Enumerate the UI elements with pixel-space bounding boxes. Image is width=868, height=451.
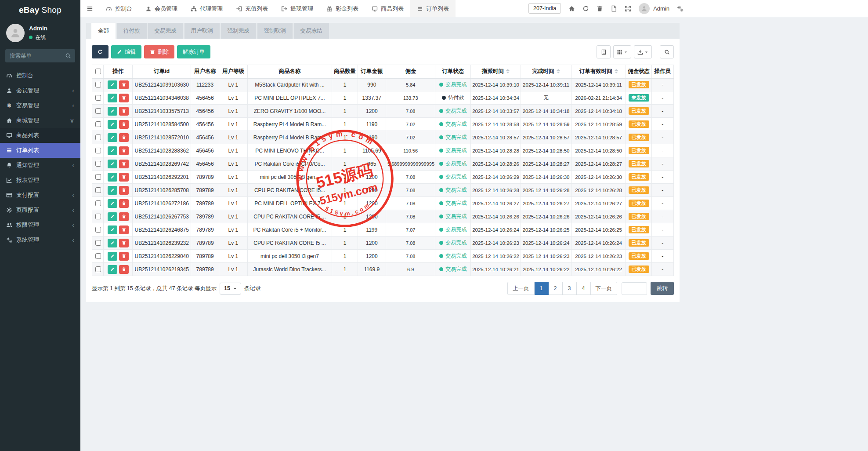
row-delete-button[interactable] xyxy=(119,133,129,142)
row-edit-button[interactable] xyxy=(108,133,117,142)
topnav-item-members[interactable]: 会员管理 xyxy=(139,0,184,17)
row-checkbox[interactable] xyxy=(95,253,101,259)
topnav-item-products[interactable]: 商品列表 xyxy=(365,0,410,17)
row-delete-button[interactable] xyxy=(119,94,129,102)
row-edit-button[interactable] xyxy=(108,212,117,221)
row-checkbox[interactable] xyxy=(95,148,101,153)
tab-0[interactable]: 全部 xyxy=(91,23,116,39)
row-edit-button[interactable] xyxy=(108,239,117,247)
row-checkbox[interactable] xyxy=(95,174,101,180)
jump-page-input[interactable] xyxy=(622,282,647,295)
sidebar-item-orders[interactable]: 订单列表 xyxy=(0,143,80,158)
row-delete-button[interactable] xyxy=(119,199,129,208)
columns-button[interactable] xyxy=(613,45,631,58)
sidebar-item-notifications[interactable]: 通知管理‹ xyxy=(0,158,80,173)
tab-2[interactable]: 交易完成 xyxy=(148,23,183,39)
tab-3[interactable]: 用户取消 xyxy=(184,23,220,39)
row-delete-button[interactable] xyxy=(119,226,129,234)
region-button[interactable]: 207-India xyxy=(528,3,561,14)
row-checkbox[interactable] xyxy=(95,121,101,127)
row-checkbox[interactable] xyxy=(95,108,101,114)
row-checkbox[interactable] xyxy=(95,214,101,219)
tab-5[interactable]: 强制取消 xyxy=(257,23,293,39)
row-checkbox[interactable] xyxy=(95,161,101,167)
edit-button[interactable]: 编辑 xyxy=(111,45,141,58)
row-edit-button[interactable] xyxy=(108,107,117,116)
user-menu[interactable]: Admin xyxy=(639,3,669,14)
row-delete-button[interactable] xyxy=(119,80,129,89)
refresh-button[interactable] xyxy=(582,5,589,12)
row-edit-button[interactable] xyxy=(108,265,117,274)
settings-button[interactable] xyxy=(677,5,684,12)
row-edit-button[interactable] xyxy=(108,186,117,195)
sidebar-item-permissions[interactable]: 权限管理‹ xyxy=(0,218,80,233)
sidebar-item-members[interactable]: 会员管理‹ xyxy=(0,83,80,98)
topnav-item-dashboard[interactable]: 控制台 xyxy=(99,0,139,17)
select-all-checkbox[interactable] xyxy=(95,69,101,74)
row-delete-button[interactable] xyxy=(119,120,129,129)
row-delete-button[interactable] xyxy=(119,252,129,261)
topnav-item-withdraw[interactable]: 提现管理 xyxy=(275,0,320,17)
row-edit-button[interactable] xyxy=(108,146,117,155)
row-delete-button[interactable] xyxy=(119,160,129,168)
tab-1[interactable]: 待付款 xyxy=(117,23,147,39)
col-finish-time[interactable]: 完成时间 xyxy=(521,65,571,78)
row-edit-button[interactable] xyxy=(108,199,117,208)
sort-icon[interactable] xyxy=(615,69,618,73)
topnav-item-agents[interactable]: 代理管理 xyxy=(184,0,229,17)
row-delete-button[interactable] xyxy=(119,107,129,116)
row-delete-button[interactable] xyxy=(119,239,129,247)
clear-cache-button[interactable] xyxy=(597,5,603,12)
sidebar-item-payment-config[interactable]: 支付配置‹ xyxy=(0,188,80,203)
delete-button[interactable]: 删除 xyxy=(144,45,174,58)
page-button-1[interactable]: 1 xyxy=(535,282,549,295)
page-button-2[interactable]: 2 xyxy=(549,282,563,295)
col-valid-time[interactable]: 订单有效时间 xyxy=(571,65,626,78)
topnav-item-orders[interactable]: 订单列表 xyxy=(410,0,456,17)
row-edit-button[interactable] xyxy=(108,120,117,129)
sidebar-item-dashboard[interactable]: 控制台 xyxy=(0,68,80,83)
row-delete-button[interactable] xyxy=(119,146,129,155)
tab-6[interactable]: 交易冻结 xyxy=(294,23,329,39)
row-edit-button[interactable] xyxy=(108,80,117,89)
table-search-button[interactable] xyxy=(660,45,674,58)
sidebar-item-products[interactable]: 商品列表 xyxy=(0,128,80,143)
toggle-view-button[interactable] xyxy=(597,45,611,58)
fullscreen-button[interactable] xyxy=(625,5,631,12)
home-button[interactable] xyxy=(568,5,575,12)
unfreeze-order-button[interactable]: 解冻订单 xyxy=(177,45,210,58)
clear-file-button[interactable] xyxy=(611,5,617,12)
row-delete-button[interactable] xyxy=(119,265,129,274)
row-checkbox[interactable] xyxy=(95,135,101,140)
topnav-item-recharge[interactable]: 充值列表 xyxy=(229,0,275,17)
row-checkbox[interactable] xyxy=(95,227,101,233)
sort-icon[interactable] xyxy=(506,69,510,73)
sidebar-item-transactions[interactable]: ฿交易管理‹ xyxy=(0,98,80,113)
tab-4[interactable]: 强制完成 xyxy=(221,23,256,39)
row-checkbox[interactable] xyxy=(95,200,101,206)
row-checkbox[interactable] xyxy=(95,240,101,246)
sidebar-item-mall[interactable]: 商城管理∨ xyxy=(0,113,80,128)
row-delete-button[interactable] xyxy=(119,173,129,182)
next-page-button[interactable]: 下一页 xyxy=(591,282,618,295)
page-button-3[interactable]: 3 xyxy=(563,282,577,295)
row-checkbox[interactable] xyxy=(95,187,101,193)
row-edit-button[interactable] xyxy=(108,94,117,102)
page-button-4[interactable]: 4 xyxy=(577,282,591,295)
sort-icon[interactable] xyxy=(557,69,560,73)
prev-page-button[interactable]: 上一页 xyxy=(507,282,535,295)
row-edit-button[interactable] xyxy=(108,226,117,234)
jump-button[interactable]: 跳转 xyxy=(651,282,674,295)
refresh-table-button[interactable] xyxy=(92,45,108,58)
row-edit-button[interactable] xyxy=(108,160,117,168)
sidebar-item-reports[interactable]: 报表管理 xyxy=(0,173,80,188)
row-edit-button[interactable] xyxy=(108,173,117,182)
per-page-select[interactable]: 15 xyxy=(220,283,241,295)
menu-toggle-button[interactable] xyxy=(80,5,99,12)
row-checkbox[interactable] xyxy=(95,82,101,87)
row-delete-button[interactable] xyxy=(119,186,129,195)
row-checkbox[interactable] xyxy=(95,266,101,272)
sidebar-item-system[interactable]: 系统管理‹ xyxy=(0,233,80,247)
export-button[interactable] xyxy=(634,45,652,58)
row-checkbox[interactable] xyxy=(95,95,101,101)
